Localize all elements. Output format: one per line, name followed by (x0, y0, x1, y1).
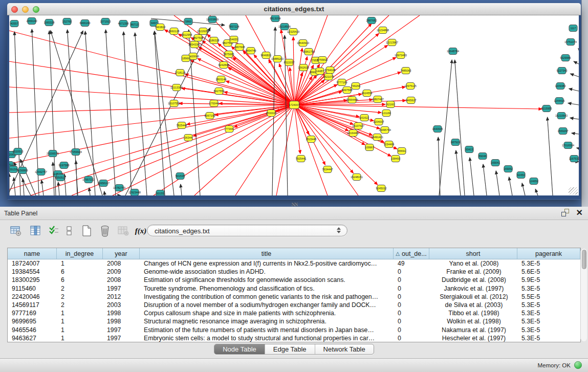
scrollbar-thumb[interactable] (582, 250, 586, 269)
yellow-node[interactable]: 9755812 (317, 57, 328, 63)
teal-node[interactable]: 2069140 (27, 18, 37, 25)
delete-rows-icon[interactable] (98, 224, 112, 237)
table-scrollbar[interactable] (580, 249, 587, 341)
yellow-node[interactable]: 9646821 (261, 52, 272, 59)
close-icon[interactable]: ✕ (576, 209, 583, 216)
yellow-node[interactable]: 8427552 (214, 88, 225, 95)
column-header-out_degree[interactable]: △out_de... (394, 248, 429, 259)
teal-node[interactable]: 16033809 (206, 16, 219, 23)
table-row[interactable]: 969969511998Structural magnetic resonanc… (8, 317, 580, 325)
panel-divider-grip[interactable] (292, 203, 298, 206)
yellow-node[interactable]: 109967 (365, 144, 374, 151)
teal-node[interactable]: 687919 (451, 139, 460, 146)
teal-node[interactable]: 7857224 (229, 24, 239, 30)
yellow-node[interactable]: 2204007 (374, 119, 384, 125)
yellow-node[interactable]: 16154808 (377, 27, 389, 34)
teal-node[interactable]: 19218506 (278, 24, 291, 30)
teal-node[interactable]: 17359924 (70, 149, 82, 156)
yellow-node[interactable]: 1562615 (298, 64, 309, 71)
teal-node[interactable]: 9227343 (557, 68, 568, 74)
column-header-short[interactable]: short (429, 248, 517, 259)
tab-node-table[interactable]: Node Table (214, 344, 265, 354)
teal-node[interactable]: 6466160 (80, 20, 91, 27)
teal-node[interactable]: 86713 (130, 21, 139, 28)
yellow-node[interactable]: 9465627 (406, 97, 417, 104)
teal-node[interactable]: 1167533 (569, 156, 579, 162)
yellow-node[interactable]: 7825448 (177, 122, 187, 129)
teal-node[interactable]: 50155 (156, 190, 164, 196)
yellow-node[interactable]: 12325419 (287, 29, 299, 35)
yellow-node[interactable]: 8067190 (205, 113, 215, 119)
teal-node[interactable]: 2887682 (366, 17, 377, 24)
yellow-node[interactable]: 12213967 (386, 39, 398, 46)
yellow-node[interactable]: 13164462 (347, 130, 359, 137)
yellow-node[interactable]: 161622 (360, 115, 369, 121)
yellow-node[interactable]: 9245012 (376, 185, 387, 192)
teal-node[interactable]: 1350513 (55, 174, 66, 181)
teal-node[interactable]: 93413 (465, 146, 473, 153)
teal-node[interactable]: 5860 (184, 18, 192, 25)
tab-network-table[interactable]: Network Table (315, 344, 374, 354)
network-window-titlebar[interactable]: citations_edges.txt (7, 3, 581, 15)
yellow-node[interactable]: 9827508 (193, 35, 204, 41)
yellow-node[interactable]: 7463822 (155, 24, 166, 31)
function-builder-icon[interactable]: f(x) (134, 224, 147, 237)
teal-node[interactable]: 501535 (176, 173, 185, 180)
yellow-node[interactable]: 15248151 (351, 174, 363, 181)
resize-grip-icon[interactable] (569, 187, 578, 194)
yellow-node[interactable]: 15885203 (271, 56, 284, 62)
yellow-node[interactable]: 15495794 (379, 127, 391, 134)
table-row[interactable]: 2242004622012Investigating the contribut… (8, 293, 580, 301)
yellow-node[interactable]: 18966 (182, 55, 190, 62)
teal-node[interactable]: 1156869 (17, 167, 28, 174)
teal-node[interactable]: 16210643 (555, 113, 568, 119)
yellow-node[interactable]: 158493 (391, 156, 400, 162)
teal-node[interactable]: 4671358 (118, 20, 129, 27)
yellow-node[interactable]: 5875685 (224, 51, 234, 58)
yellow-node[interactable]: 2718126 (175, 70, 186, 76)
teal-node[interactable]: 16648784 (447, 48, 459, 55)
teal-node[interactable]: 12923448 (128, 189, 141, 196)
yellow-node[interactable]: 170044 (209, 100, 219, 107)
network-graph[interactable]: 4055720691401065328152760646616010719134… (9, 15, 579, 195)
yellow-node[interactable]: 6497568 (342, 87, 353, 94)
yellow-node[interactable]: 2967608 (234, 44, 245, 51)
teal-node[interactable]: 15751074 (564, 39, 577, 46)
teal-node[interactable]: 1569297 (558, 128, 569, 135)
teal-node[interactable]: 89046 (478, 153, 487, 160)
table-row[interactable]: 1872400712008Changes of HCN gene express… (8, 259, 580, 268)
yellow-node[interactable]: 7634447 (322, 166, 333, 173)
teal-node[interactable]: 1117 (569, 25, 577, 32)
teal-node[interactable]: 1065328 (44, 19, 55, 26)
select-all-icon[interactable] (47, 224, 60, 237)
column-header-pagerank[interactable]: pagerank (517, 248, 580, 259)
column-header-in_degree[interactable]: in_degree (57, 248, 103, 259)
network-table-selector[interactable]: citations_edges.txt (147, 225, 347, 236)
column-header-name[interactable]: name (8, 248, 57, 259)
teal-node[interactable]: 1071913 (100, 18, 111, 25)
table-row[interactable]: 946554611997Estimation of the future num… (8, 326, 580, 334)
yellow-node[interactable]: 10107552 (168, 100, 180, 107)
yellow-node[interactable]: 2530021 (266, 110, 277, 117)
yellow-node[interactable]: 12975115 (404, 83, 417, 90)
table-row[interactable]: 1456911722003Disruption of a novel membe… (8, 301, 580, 309)
yellow-node[interactable]: 8186328 (209, 37, 220, 44)
yellow-node[interactable]: 2803144 (216, 76, 227, 83)
teal-node[interactable]: 9329966 (560, 55, 571, 61)
yellow-node[interactable]: 7925441 (296, 156, 307, 162)
column-header-title[interactable]: title (140, 248, 394, 259)
teal-node[interactable]: 1209383 (555, 83, 566, 90)
yellow-node[interactable]: 95691 (398, 148, 406, 155)
teal-node[interactable]: 1244415 (554, 98, 565, 104)
yellow-node[interactable]: 18640910 (297, 40, 309, 47)
yellow-node[interactable]: 1621073 (323, 74, 334, 80)
yellow-node[interactable]: 54655 (230, 36, 238, 43)
yellow-node[interactable]: 8454749 (246, 48, 256, 54)
table-row[interactable]: 1938455462009Genome-wide association stu… (8, 268, 580, 276)
yellow-node[interactable]: 3624554 (362, 90, 373, 97)
yellow-node[interactable]: 62160 (386, 101, 395, 108)
memory-status-indicator[interactable] (574, 361, 582, 369)
teal-node[interactable]: 17016504 (562, 142, 574, 149)
teal-node[interactable]: 1520513 (13, 148, 24, 155)
teal-node[interactable]: 1640935 (432, 126, 443, 133)
